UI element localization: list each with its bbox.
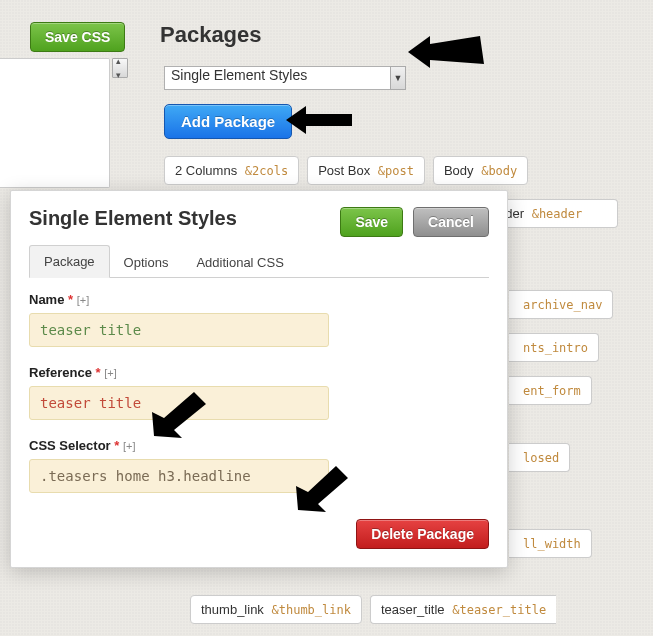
left-panel	[0, 58, 110, 188]
scroll-handle[interactable]	[112, 58, 128, 78]
edit-package-modal: Single Element Styles Save Cancel Packag…	[10, 190, 508, 568]
save-button[interactable]: Save	[340, 207, 403, 237]
package-pill[interactable]: Post Box &post	[307, 156, 425, 185]
package-pill[interactable]: nts_intro	[509, 333, 599, 362]
package-pill-row: thumb_link &thumb_link teaser_title &tea…	[190, 595, 653, 624]
package-select[interactable]: Single Element Styles	[164, 66, 406, 90]
field-reference: Reference * [+]	[29, 365, 489, 420]
chevron-down-icon[interactable]: ▼	[390, 66, 406, 90]
required-icon: *	[96, 365, 101, 380]
field-name: Name * [+]	[29, 292, 489, 347]
expand-icon[interactable]: [+]	[77, 294, 90, 306]
reference-input[interactable]	[29, 386, 329, 420]
field-css-selector: CSS Selector * [+]	[29, 438, 489, 493]
cancel-button[interactable]: Cancel	[413, 207, 489, 237]
page-title: Packages	[160, 22, 262, 48]
tab-options[interactable]: Options	[110, 247, 183, 278]
required-icon: *	[114, 438, 119, 453]
package-pill[interactable]: Body &body	[433, 156, 528, 185]
package-pill[interactable]: thumb_link &thumb_link	[190, 595, 362, 624]
field-label: Name * [+]	[29, 292, 489, 307]
package-pill[interactable]: archive_nav	[509, 290, 613, 319]
package-pill[interactable]: losed	[509, 443, 570, 472]
save-css-button[interactable]: Save CSS	[30, 22, 125, 52]
tab-additional-css[interactable]: Additional CSS	[182, 247, 297, 278]
field-label: CSS Selector * [+]	[29, 438, 489, 453]
tab-package[interactable]: Package	[29, 245, 110, 278]
expand-icon[interactable]: [+]	[123, 440, 136, 452]
delete-package-button[interactable]: Delete Package	[356, 519, 489, 549]
name-input[interactable]	[29, 313, 329, 347]
package-pill[interactable]: ent_form	[509, 376, 592, 405]
modal-tabs: Package Options Additional CSS	[29, 244, 489, 278]
package-select-value: Single Element Styles	[171, 67, 307, 83]
package-pill[interactable]: teaser_title &teaser_title	[370, 595, 556, 624]
expand-icon[interactable]: [+]	[104, 367, 117, 379]
field-label: Reference * [+]	[29, 365, 489, 380]
package-pill-row: 2 Columns &2cols Post Box &post Body &bo…	[164, 156, 634, 185]
package-pill[interactable]: ll_width	[509, 529, 592, 558]
required-icon: *	[68, 292, 73, 307]
add-package-button[interactable]: Add Package	[164, 104, 292, 139]
package-pill[interactable]: 2 Columns &2cols	[164, 156, 299, 185]
css-selector-input[interactable]	[29, 459, 329, 493]
